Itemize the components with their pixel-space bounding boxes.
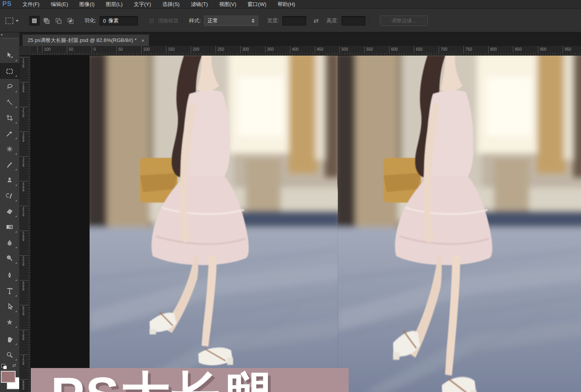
menu-item-2[interactable]: 图像(I) [76,0,98,9]
intersect-selection-button[interactable] [65,16,76,26]
tool-type[interactable] [0,283,19,298]
tool-eraser[interactable] [0,203,19,219]
default-colors-icon[interactable] [2,364,6,369]
menu-items: 文件(F)编辑(E)图像(I)图层(L)文字(Y)选择(S)滤镜(T)视图(V)… [19,0,303,9]
menu-item-3[interactable]: 图层(L) [102,0,126,9]
divider [0,330,19,331]
menu-item-0[interactable]: 文件(F) [19,0,43,9]
subtract-selection-icon [54,17,62,25]
tool-eyedropper[interactable] [0,125,19,141]
tool-blur[interactable] [0,235,19,250]
intersect-selection-icon [66,17,74,25]
color-swatches: ⇄ [0,364,19,392]
zoom-icon [6,351,14,359]
tool-gradient[interactable] [0,219,19,235]
tool-crop[interactable] [0,110,19,125]
eyedropper-icon [6,129,14,137]
custom-shape-icon [6,318,14,326]
tool-clone-stamp[interactable] [0,172,19,188]
vruler-label-13: 800 [22,381,26,390]
vruler-label-5: 400 [22,183,26,192]
crop-icon [6,114,14,122]
photoshop-window: PS 文件(F)编辑(E)图像(I)图层(L)文字(Y)选择(S)滤镜(T)视图… [0,0,581,392]
antialias-checkbox[interactable] [148,18,155,24]
tool-options-bar: 羽化: 0 像素 消除锯齿 样式: 正常 宽度: ⇄ 高度: 调整边缘... [0,9,581,32]
pasteboard [31,56,90,392]
hruler-label-12: 500 [341,47,348,52]
width-input[interactable] [282,16,306,26]
move-icon [6,52,14,60]
subtract-from-selection-button[interactable] [53,16,64,26]
blur-icon [6,239,14,247]
menu-item-5[interactable]: 选择(S) [159,0,183,9]
lasso-icon [6,83,14,91]
tool-hand[interactable] [0,331,19,347]
panel-grip[interactable] [2,38,17,39]
add-to-selection-button[interactable] [41,16,52,26]
tool-zoom[interactable] [0,347,19,362]
vruler-label-10: 650 [22,306,26,316]
spinner-icon [252,19,255,23]
vruler-label-0: 150 [22,59,26,68]
vruler-label-6: 450 [22,207,26,217]
refine-edge-button[interactable]: 调整边缘... [380,16,428,26]
vruler-label-1: 200 [22,84,26,93]
swap-colors-icon[interactable]: ⇄ [12,363,16,368]
antialias-label: 消除锯齿 [158,17,179,24]
tool-path-selection[interactable] [0,298,19,314]
history-brush-icon [6,192,14,200]
tool-custom-shape[interactable] [0,314,19,330]
tool-history-brush[interactable] [0,188,19,203]
menu-item-8[interactable]: 窗口(W) [244,0,270,9]
path-selection-icon [6,302,14,310]
hruler-label-17: 750 [465,47,472,52]
eraser-icon [6,207,14,215]
feather-input[interactable]: 0 像素 [100,16,138,26]
menu-item-9[interactable]: 帮助(H) [274,0,299,9]
ps-logo: PS [0,0,19,8]
menu-item-6[interactable]: 滤镜(T) [187,0,212,9]
ruler-corner[interactable] [20,46,31,55]
document-tab[interactable]: 25 ps调整大长腿-封面.psd @ 82.6%(RGB/8#) * × [22,34,149,46]
style-dropdown[interactable]: 正常 [204,16,258,26]
swap-dimensions-icon[interactable]: ⇄ [313,17,319,24]
tool-preset-picker[interactable] [6,18,19,24]
width-label: 宽度: [267,17,279,24]
tool-move[interactable] [0,48,19,63]
menu-item-4[interactable]: 文字(Y) [130,0,154,9]
brush-icon [6,161,14,169]
canvas-area[interactable]: PS大长腿 [31,56,581,392]
tool-pen[interactable] [0,267,19,283]
vruler-label-7: 500 [22,232,26,242]
dodge-icon [6,254,14,262]
vruler-label-2: 250 [22,108,26,118]
height-input[interactable] [341,16,365,26]
foreground-color-swatch[interactable] [1,371,16,383]
menu-item-7[interactable]: 视图(V) [216,0,240,9]
tool-brush[interactable] [0,157,19,172]
hruler-label-1: 50 [69,47,73,52]
vruler-label-11: 700 [22,331,26,341]
hruler-label-9: 350 [267,47,274,52]
hruler-label-8: 300 [242,47,249,52]
gradient-icon [6,223,14,231]
new-selection-button[interactable] [29,16,40,26]
hruler-label-4: 100 [143,47,150,52]
tool-dodge[interactable] [0,250,19,266]
vruler-label-9: 600 [22,282,26,291]
panel-collapse-icon[interactable]: ▸ [0,32,19,37]
title-banner: PS大长腿 [31,368,349,392]
photo-after-long-legs [334,56,581,392]
tool-magic-wand[interactable] [0,94,19,110]
close-icon[interactable]: × [142,38,145,43]
vertical-ruler[interactable]: 1502002503003504004505005506006507007508… [20,56,31,392]
new-selection-icon [30,17,38,25]
feather-unit: 像素 [108,17,119,24]
hruler-label-2: 0 [94,47,96,52]
tool-spot-healing-brush[interactable] [0,141,19,157]
horizontal-ruler[interactable]: 1005005010015020025030035040045050055060… [31,46,581,55]
menu-item-1[interactable]: 编辑(E) [47,0,72,9]
tool-rectangular-marquee[interactable] [0,63,19,79]
hruler-label-18: 800 [490,47,497,52]
tool-lasso[interactable] [0,79,19,94]
